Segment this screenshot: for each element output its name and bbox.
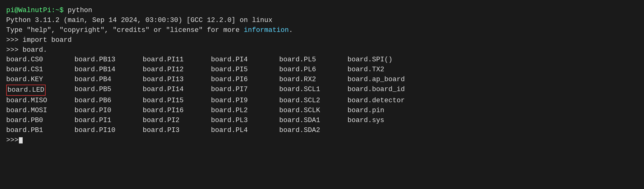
- board-dot-command: board.: [23, 45, 47, 55]
- grid-cell-1-4: board.PL6: [279, 65, 347, 75]
- grid-cell-7-3: board.PL4: [211, 125, 279, 135]
- grid-cell-7-4: board.SDA2: [279, 125, 347, 135]
- grid-cell-2-0: board.KEY: [6, 75, 74, 85]
- grid-cell-4-3: board.PI9: [211, 96, 279, 106]
- line-import-board: >>> import board: [6, 35, 638, 45]
- import-board-command: import board: [23, 35, 72, 45]
- grid-cell-4-1: board.PB6: [74, 96, 143, 106]
- grid-cell-1-1: board.PB14: [74, 65, 143, 75]
- grid-cell-1-2: board.PI12: [143, 65, 211, 75]
- repl-prompt-2: >>>: [6, 45, 23, 55]
- grid-cell-7-1: board.PI10: [74, 125, 143, 135]
- grid-cell-3-0: board.LED: [6, 85, 74, 96]
- grid-cell-2-4: board.RX2: [279, 75, 347, 85]
- grid-cell-5-0: board.MOSI: [6, 106, 74, 116]
- grid-cell-6-2: board.PI2: [143, 116, 211, 125]
- grid-cell-4-2: board.PI15: [143, 96, 211, 106]
- grid-cell-3-2: board.PI14: [143, 85, 211, 96]
- python-version-text: Python 3.11.2 (main, Sep 14 2024, 03:00:…: [6, 15, 272, 25]
- grid-cell-7-2: board.PI3: [143, 125, 211, 135]
- grid-cell-4-0: board.MISO: [6, 96, 74, 106]
- grid-cell-2-2: board.PI13: [143, 75, 211, 85]
- grid-cell-3-3: board.PI7: [211, 85, 279, 96]
- grid-cell-7-0: board.PB1: [6, 125, 74, 135]
- grid-cell-5-1: board.PI0: [74, 106, 143, 116]
- grid-cell-5-5: board.pin: [347, 106, 428, 116]
- grid-cell-1-5: board.TX2: [347, 65, 428, 75]
- grid-cell-0-2: board.PI11: [143, 55, 211, 65]
- final-prompt-text: >>>: [6, 135, 19, 145]
- grid-cell-4-4: board.SCL2: [279, 96, 347, 106]
- grid-cell-6-3: board.PL3: [211, 116, 279, 125]
- command-python: python: [68, 6, 92, 15]
- grid-cell-0-1: board.PB13: [74, 55, 143, 65]
- grid-cell-3-4: board.SCL1: [279, 85, 347, 96]
- grid-cell-0-4: board.PL5: [279, 55, 347, 65]
- terminal: pi@WalnutPi:~$ python Python 3.11.2 (mai…: [6, 6, 638, 145]
- grid-cell-2-5: board.ap_board: [347, 75, 428, 85]
- prompt-text: pi@WalnutPi:~$: [6, 6, 68, 15]
- line-prompt-python: pi@WalnutPi:~$ python: [6, 6, 638, 15]
- help-text-after: .: [289, 25, 293, 35]
- line-board-dot: >>> board.: [6, 45, 638, 55]
- grid-cell-0-5: board.SPI(): [347, 55, 428, 65]
- grid-cell-4-5: board.detector: [347, 96, 428, 106]
- grid-cell-3-1: board.PB5: [74, 85, 143, 96]
- grid-cell-5-3: board.PL2: [211, 106, 279, 116]
- grid-cell-6-1: board.PI1: [74, 116, 143, 125]
- grid-cell-1-3: board.PI5: [211, 65, 279, 75]
- grid-cell-0-0: board.CS0: [6, 55, 74, 65]
- line-python-version: Python 3.11.2 (main, Sep 14 2024, 03:00:…: [6, 15, 638, 25]
- grid-cell-6-5: board.sys: [347, 116, 428, 125]
- board-attributes-grid: board.CS0 board.PB13 board.PI11 board.PI…: [6, 55, 638, 135]
- grid-cell-2-3: board.PI6: [211, 75, 279, 85]
- grid-cell-6-0: board.PB0: [6, 116, 74, 125]
- grid-cell-3-5: board.board_id: [347, 85, 428, 96]
- final-prompt-line: >>>: [6, 135, 638, 145]
- line-help-info: Type "help", "copyright", "credits" or "…: [6, 25, 638, 35]
- repl-prompt-1: >>>: [6, 35, 23, 45]
- grid-cell-5-4: board.SCLK: [279, 106, 347, 116]
- help-text-before: Type "help", "copyright", "credits" or "…: [6, 25, 244, 35]
- grid-cell-1-0: board.CS1: [6, 65, 74, 75]
- board-led-highlighted: board.LED: [6, 85, 46, 96]
- grid-cell-6-4: board.SDA1: [279, 116, 347, 125]
- cursor-block: [19, 137, 23, 143]
- information-link: information: [244, 25, 289, 35]
- grid-cell-5-2: board.PI16: [143, 106, 211, 116]
- grid-cell-7-5: [347, 125, 428, 135]
- grid-cell-0-3: board.PI4: [211, 55, 279, 65]
- grid-cell-2-1: board.PB4: [74, 75, 143, 85]
